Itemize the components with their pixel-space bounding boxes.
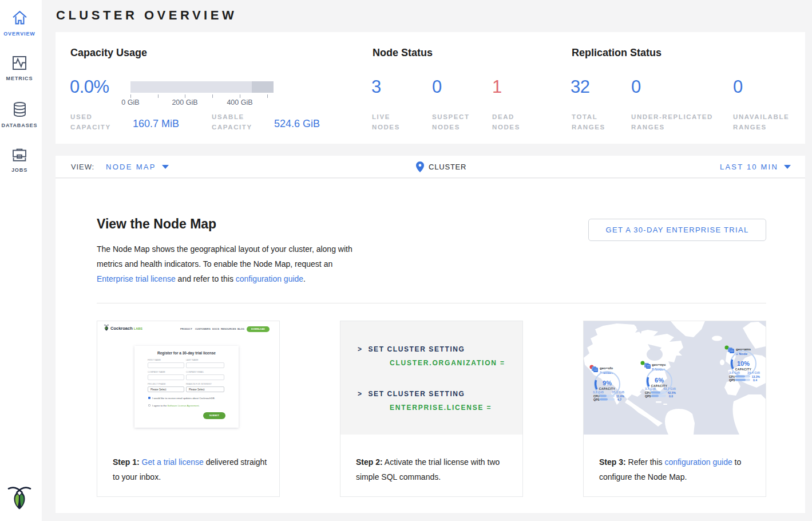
svg-text:3.7 GiB: 3.7 GiB	[645, 387, 656, 390]
svg-text:QPS: QPS	[593, 398, 600, 401]
svg-text:0.0: 0.0	[669, 394, 673, 398]
svg-text:geo=nyc: geo=nyc	[652, 363, 666, 366]
svg-text:4.7: 4.7	[617, 398, 621, 401]
svg-text:QPS: QPS	[729, 378, 735, 382]
svg-text:43.7 GiB: 43.7 GiB	[663, 387, 676, 390]
svg-text:34.4 GiB: 34.4 GiB	[747, 371, 760, 374]
svg-text:3.2 GiB: 3.2 GiB	[593, 390, 604, 394]
svg-text:3.6 GiB: 3.6 GiB	[729, 371, 740, 374]
svg-text:QPS: QPS	[645, 394, 651, 398]
svg-text:geo=sfo: geo=sfo	[600, 366, 613, 370]
svg-text:6%: 6%	[655, 377, 664, 384]
svg-text:35.1 GiB: 35.1 GiB	[612, 390, 624, 394]
svg-text:CAPACITY: CAPACITY	[599, 387, 616, 390]
svg-text:10%: 10%	[737, 360, 750, 367]
svg-text:9%: 9%	[603, 380, 612, 386]
svg-text:CAPACITY: CAPACITY	[735, 368, 752, 371]
svg-text:0.4: 0.4	[753, 378, 757, 382]
